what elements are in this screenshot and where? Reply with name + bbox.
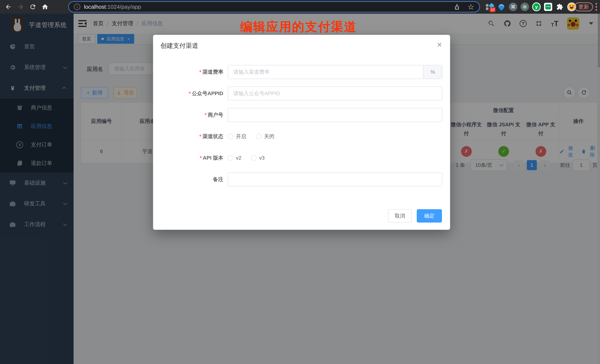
- browser-back-button[interactable]: [3, 0, 14, 14]
- browser-menu-icon[interactable]: [596, 3, 597, 10]
- fee-rate-input[interactable]: [228, 65, 423, 79]
- reload-icon: [29, 3, 36, 10]
- back-icon: [5, 3, 12, 10]
- address-bar[interactable]: i localhost:1024/pay/app ☆: [68, 1, 480, 12]
- share-icon[interactable]: [454, 4, 460, 10]
- home-icon: [41, 3, 48, 10]
- annotation-text: 编辑应用的支付渠道: [240, 18, 357, 35]
- extension-badge: 10: [489, 7, 496, 12]
- required-mark: *: [205, 112, 206, 118]
- extension-toolbar: 10 ⌘ y: [486, 0, 576, 14]
- extension-icon-chat[interactable]: [544, 3, 552, 11]
- form-row-api-version: *API 版本 v2 v3: [160, 151, 442, 165]
- confirm-button[interactable]: 确定: [417, 209, 442, 223]
- radio-status-closed[interactable]: 关闭: [256, 133, 274, 140]
- extensions-puzzle-icon[interactable]: [555, 3, 564, 11]
- dialog-title: 创建支付渠道: [160, 41, 198, 50]
- percent-suffix: %: [423, 65, 442, 79]
- remark-input[interactable]: [228, 172, 442, 186]
- required-mark: *: [189, 91, 191, 96]
- radio-icon: [228, 134, 233, 139]
- form-row-channel-status: *渠道状态 开启 关闭: [160, 129, 442, 144]
- create-pay-channel-dialog: 创建支付渠道 × *渠道费率 % *公众号APPID *商户号 *渠道状态 开启…: [153, 35, 450, 230]
- forward-icon: [17, 3, 24, 10]
- extension-icon-tabs[interactable]: 10: [486, 3, 494, 11]
- required-mark: *: [199, 69, 201, 75]
- radio-api-v2[interactable]: v2: [228, 155, 242, 161]
- browser-update-button[interactable]: 更新: [574, 2, 593, 11]
- required-mark: *: [200, 155, 202, 161]
- form-row-merchant-no: *商户号: [160, 108, 442, 122]
- browser-reload-button[interactable]: [27, 0, 38, 14]
- appid-input[interactable]: [228, 86, 442, 100]
- radio-icon: [256, 134, 262, 139]
- site-info-icon[interactable]: i: [74, 4, 80, 10]
- extension-icon-command[interactable]: ⌘: [509, 3, 517, 11]
- browser-home-button[interactable]: [39, 0, 51, 14]
- extension-icon-recorder[interactable]: [521, 3, 529, 11]
- merchant-no-input[interactable]: [228, 108, 442, 122]
- extension-icon-y[interactable]: y: [532, 3, 541, 11]
- bookmark-star-icon[interactable]: ☆: [468, 3, 474, 10]
- browser-forward-button[interactable]: [15, 0, 26, 14]
- required-mark: *: [199, 134, 201, 139]
- dialog-close-icon[interactable]: ×: [437, 40, 442, 49]
- radio-status-open[interactable]: 开启: [228, 133, 246, 140]
- url-text: localhost:1024/pay/app: [84, 4, 141, 10]
- extension-icon-balloon[interactable]: [497, 3, 506, 11]
- form-row-fee-rate: *渠道费率 %: [160, 65, 442, 79]
- radio-api-v3[interactable]: v3: [251, 155, 265, 161]
- cancel-button[interactable]: 取消: [388, 209, 412, 223]
- form-row-appid: *公众号APPID: [160, 86, 442, 100]
- browser-chrome: i localhost:1024/pay/app ☆ 10 ⌘ y 更新: [0, 0, 600, 14]
- form-row-remark: 备注: [160, 172, 442, 186]
- radio-icon: [251, 155, 257, 161]
- radio-icon: [228, 155, 233, 161]
